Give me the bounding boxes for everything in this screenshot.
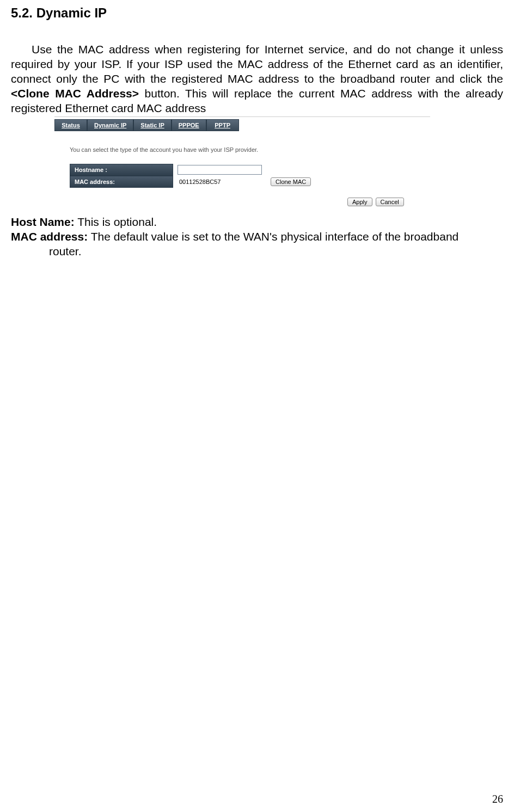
hostname-definition: Host Name: This is optional. <box>11 215 503 230</box>
section-title-text: Dynamic IP <box>36 5 107 20</box>
intro-paragraph: Use the MAC address when registering for… <box>11 42 503 115</box>
section-number: 5.2. <box>11 5 33 20</box>
mac-definition: MAC address: The default value is set to… <box>11 230 503 244</box>
mac-definition-line2: router. <box>11 244 503 259</box>
mac-label: MAC address: <box>70 176 173 188</box>
tab-pppoe[interactable]: PPPOE <box>172 119 206 131</box>
tab-bar: Status Dynamic IP Static IP PPPOE PPTP <box>54 117 430 131</box>
section-heading: 5.2. Dynamic IP <box>11 5 503 21</box>
clone-mac-button[interactable]: Clone MAC <box>271 177 311 186</box>
hostname-row: Hostname : <box>70 164 430 176</box>
tab-pptp[interactable]: PPTP <box>206 119 239 131</box>
mac-row: MAC address: 00112528BC57 Clone MAC <box>70 176 430 188</box>
intro-text-1: Use the MAC address when registering for… <box>11 43 503 85</box>
apply-button[interactable]: Apply <box>347 198 372 206</box>
tab-static-ip[interactable]: Static IP <box>133 119 171 131</box>
screenshot-description: You can select the type of the account y… <box>70 146 430 153</box>
mac-field-wrap: 00112528BC57 Clone MAC <box>173 176 311 188</box>
hostname-def-label: Host Name: <box>11 216 75 228</box>
hostname-def-text: This is optional. <box>75 216 157 228</box>
hostname-label: Hostname : <box>70 164 173 176</box>
mac-def-text-1: The default value is set to the WAN's ph… <box>88 230 458 243</box>
action-buttons: Apply Cancel <box>70 198 430 206</box>
clone-mac-bold: <Clone MAC Address> <box>11 87 139 100</box>
mac-value: 00112528BC57 <box>178 178 265 186</box>
router-screenshot: Status Dynamic IP Static IP PPPOE PPTP Y… <box>54 116 430 214</box>
cancel-button[interactable]: Cancel <box>376 198 404 206</box>
hostname-input[interactable] <box>178 165 262 175</box>
screenshot-body: You can select the type of the account y… <box>54 131 430 214</box>
tab-dynamic-ip[interactable]: Dynamic IP <box>87 119 133 131</box>
page-number: 26 <box>492 793 503 805</box>
hostname-field-wrap <box>173 164 262 176</box>
tab-status[interactable]: Status <box>54 119 87 131</box>
mac-def-label: MAC address: <box>11 230 88 243</box>
